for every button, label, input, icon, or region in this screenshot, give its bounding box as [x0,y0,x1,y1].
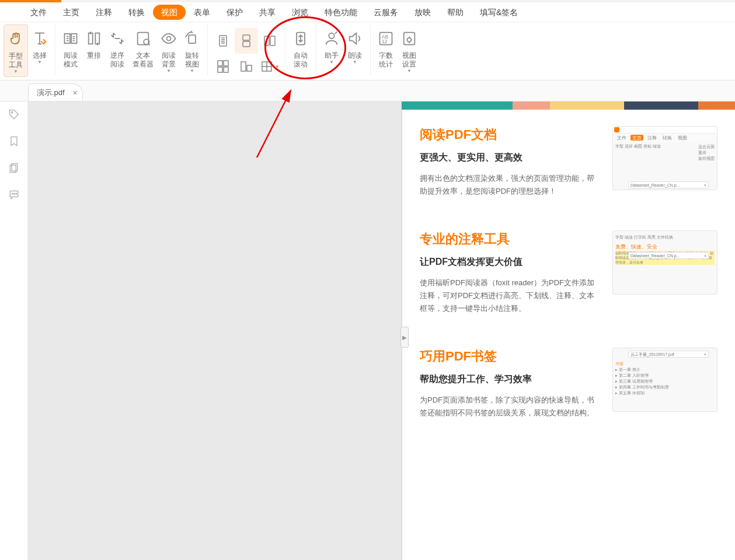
bookmark-icon[interactable] [8,135,20,147]
reading-mode-label: 阅读 模式 [64,51,78,69]
section2-body: 使用福昕PDF阅读器（foxit reader）为PDF文件添加注释，可对PDF… [420,276,601,315]
svg-rect-3 [189,35,196,43]
rotate-icon [184,27,200,50]
section3-subtitle: 帮助您提升工作、学习效率 [420,373,601,386]
svg-rect-7 [264,36,269,46]
layout-single-page-icon[interactable] [211,28,235,54]
layout-continuous-facing-icon[interactable] [211,54,235,79]
chevron-down-icon: ▼ [166,69,171,74]
menu-form[interactable]: 表单 [186,5,218,20]
document-page: 阅读PDF文档 更强大、更实用、更高效 拥有出色的文档渲染效果，强大的页面管理功… [402,110,735,560]
menu-protect[interactable]: 保护 [218,5,251,20]
read-aloud-button[interactable]: 朗读 ▼ [343,24,367,77]
view-settings-button[interactable]: 视图 设置 ▼ [398,24,421,77]
section3-title: 巧用PDF书签 [420,348,601,365]
rotate-view-button[interactable]: 旋转 视图 ▼ [180,24,204,77]
speaker-icon [347,27,363,50]
file-tab[interactable]: 演示.pdf × [28,83,83,101]
svg-rect-4 [220,36,227,46]
section3-thumbnail: 员工手册_20120917.pdf× 书签 ▸ 第一章 简介 ▸ 第二章 入职管… [612,348,717,412]
svg-rect-12 [224,67,228,72]
select-label: 选择 [33,51,47,60]
menu-convert[interactable]: 转换 [120,5,153,20]
reflow-button[interactable]: 重排 [82,24,106,77]
assistant-label: 助手 [325,51,339,60]
chevron-down-icon: ▼ [407,69,412,74]
file-tab-label: 演示.pdf [37,88,65,98]
reading-bg-button[interactable]: 阅读 背景 ▼ [157,24,180,77]
rotate-view-label: 旋转 视图 [185,51,199,69]
section1-subtitle: 更强大、更实用、更高效 [420,152,601,164]
close-tab-icon[interactable]: × [73,88,78,97]
book-icon [62,27,79,50]
reverse-reading-label: 逆序 阅读 [110,51,124,69]
svg-rect-8 [270,36,275,46]
chevron-down-icon: ▼ [353,60,357,65]
text-viewer-label: 文本 查看器 [133,51,154,69]
svg-point-2 [167,37,171,41]
chevron-down-icon: ▼ [190,69,194,74]
auto-scroll-label: 自动 滚动 [294,51,308,69]
layout-split-icon[interactable]: ▼ [258,54,281,79]
settings-page-icon [401,27,417,50]
auto-scroll-button[interactable]: 自动 滚动 [289,24,312,77]
menubar: 文件 主页 注释 转换 视图 表单 保护 共享 浏览 特色功能 云服务 放映 帮… [0,2,735,22]
reading-mode-button[interactable]: 阅读 模式 [59,24,82,77]
page-layout-group: ▼ [211,24,281,79]
svg-rect-11 [218,67,222,72]
section2-title: 专业的注释工具 [420,230,601,248]
section1-title: 阅读PDF文档 [420,126,601,144]
menu-file[interactable]: 文件 [22,5,55,20]
chevron-down-icon: ▼ [37,60,42,65]
layout-facing-icon[interactable] [258,28,281,54]
menu-present[interactable]: 放映 [406,5,439,20]
eye-icon [161,27,177,50]
menu-cloud[interactable]: 云服务 [365,5,406,20]
pages-icon[interactable] [8,162,20,174]
panel-collapse-handle[interactable]: ▶ [400,327,409,348]
assistant-button[interactable]: 助手 ▼ [320,24,343,77]
svg-rect-13 [241,62,246,71]
text-viewer-button[interactable]: 文本 查看器 [129,24,157,77]
read-aloud-label: 朗读 [348,51,362,60]
svg-rect-6 [243,41,250,47]
select-button[interactable]: 选择 ▼ [28,24,51,77]
section2-thumbnail: 手型 缩放 打字机 高亮 文件转换 免费、快速、安全 福昕阅读器是一款功能强大的… [612,230,717,295]
section-bookmark: 巧用PDF书签 帮助您提升工作、学习效率 为PDF页面添加书签，除了实现内容的快… [402,331,735,436]
svg-rect-14 [247,65,252,71]
reading-bg-label: 阅读 背景 [162,51,176,69]
reflow-icon [86,27,102,50]
menu-home[interactable]: 主页 [55,5,88,20]
reverse-icon [109,27,126,50]
assistant-icon [323,27,340,50]
left-sidebar [0,102,28,560]
menu-special[interactable]: 特色功能 [316,5,365,20]
comment-icon[interactable] [8,189,20,201]
hand-tool-button[interactable]: 手型 工具 ▼ [4,24,28,77]
reverse-reading-button[interactable]: 逆序 阅读 [106,24,129,77]
menu-sign[interactable]: 填写&签名 [472,5,526,20]
view-settings-label: 视图 设置 [402,51,416,69]
svg-rect-9 [218,61,222,66]
menu-help[interactable]: 帮助 [439,5,472,20]
tag-icon[interactable] [8,108,20,120]
word-count-button[interactable]: AB12 字数 统计 [374,24,398,77]
menu-view[interactable]: 视图 [153,5,186,20]
layout-continuous-icon[interactable] [235,28,258,54]
ribbon-view: 手型 工具 ▼ 选择 ▼ 阅读 模式 重排 逆序 阅读 文本 查看器 阅读 背景… [0,22,735,80]
section-read-pdf: 阅读PDF文档 更强大、更实用、更高效 拥有出色的文档渲染效果，强大的页面管理功… [402,110,735,214]
svg-point-26 [12,194,13,195]
layout-cover-facing-icon[interactable] [235,54,258,79]
menu-share[interactable]: 共享 [251,5,284,20]
document-area: ▶ 阅读PDF文档 更强大、更实用、更高效 拥有出色的文档渲染效果，强大的页面管… [28,102,735,560]
chevron-down-icon: ▼ [275,64,280,69]
section1-body: 拥有出色的文档渲染效果，强大的页面管理功能，帮助提升效率，是您阅读PDF的理想选… [420,172,601,198]
section3-body: 为PDF页面添加书签，除了实现内容的快速导航，书签还能指明不同书签的层级关系，展… [420,394,601,419]
section2-subtitle: 让PDF文档发挥更大价值 [420,256,601,268]
svg-rect-0 [138,33,149,45]
menu-browse[interactable]: 浏览 [284,5,316,20]
menu-annot[interactable]: 注释 [88,5,120,20]
text-select-icon [32,27,48,50]
svg-point-23 [11,111,13,113]
wordcount-icon: AB12 [378,27,394,50]
